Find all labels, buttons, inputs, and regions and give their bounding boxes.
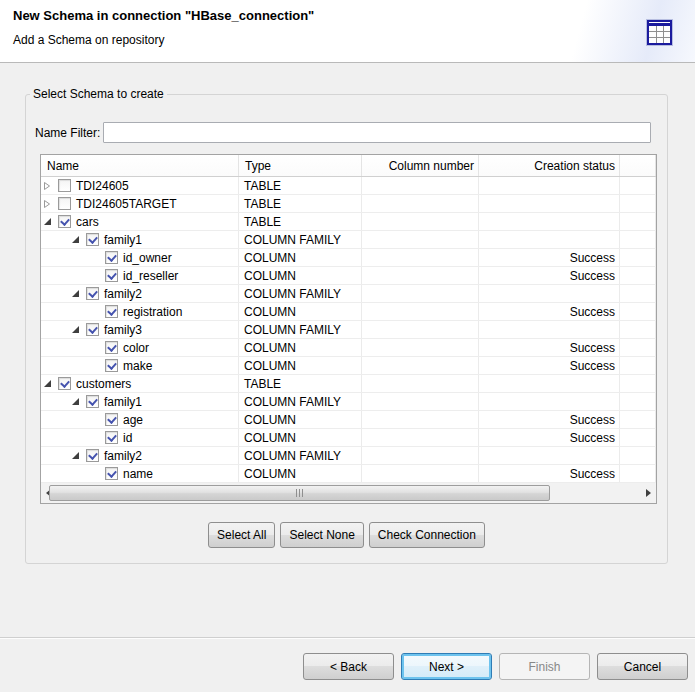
tree-row[interactable]: TDI24605TARGETTABLE	[41, 195, 656, 213]
selection-buttons: Select All Select None Check Connection	[26, 522, 667, 548]
cell-name: age	[41, 411, 239, 428]
column-header-type[interactable]: Type	[239, 155, 362, 176]
row-checkbox[interactable]	[86, 395, 99, 408]
cell-column_number	[362, 357, 479, 374]
horizontal-scrollbar[interactable]	[41, 483, 656, 503]
wizard-dialog: New Schema in connection "HBase_connecti…	[0, 0, 695, 692]
cell-creation_status: Success	[479, 303, 620, 320]
cell-name: TDI24605	[41, 177, 239, 194]
tree-row[interactable]: idCOLUMNSuccess	[41, 429, 656, 447]
row-checkbox[interactable]	[58, 377, 71, 390]
back-button[interactable]: < Back	[303, 653, 394, 680]
tree-row[interactable]: family3COLUMN FAMILY	[41, 321, 656, 339]
cell-creation_status	[479, 231, 620, 248]
row-checkbox[interactable]	[86, 233, 99, 246]
column-header-name[interactable]: Name	[41, 155, 239, 176]
cell-name: TDI24605TARGET	[41, 195, 239, 212]
name-filter-input[interactable]	[103, 122, 651, 143]
cell-column_number	[362, 285, 479, 302]
tree-row[interactable]: family2COLUMN FAMILY	[41, 285, 656, 303]
schema-tree-table: NameTypeColumn numberCreation status TDI…	[40, 154, 657, 504]
cell-column_number	[362, 195, 479, 212]
cell-type: COLUMN	[239, 267, 362, 284]
tree-row[interactable]: customersTABLE	[41, 375, 656, 393]
tree-expander-collapsed-icon[interactable]	[43, 199, 58, 209]
row-checkbox[interactable]	[105, 359, 118, 372]
column-header-spare[interactable]	[620, 155, 656, 176]
wizard-header: New Schema in connection "HBase_connecti…	[0, 0, 695, 63]
cell-creation_status	[479, 321, 620, 338]
tree-row[interactable]: family2COLUMN FAMILY	[41, 447, 656, 465]
scroll-right-arrow-icon[interactable]	[639, 483, 656, 503]
row-name: cars	[76, 215, 99, 229]
tree-expander-expanded-icon[interactable]	[71, 451, 86, 460]
cell-column_number	[362, 177, 479, 194]
tree-row[interactable]: ageCOLUMNSuccess	[41, 411, 656, 429]
row-checkbox[interactable]	[86, 449, 99, 462]
cell-name: customers	[41, 375, 239, 392]
cell-name: family1	[41, 393, 239, 410]
cell-spare	[620, 213, 656, 230]
tree-expander-expanded-icon[interactable]	[43, 217, 58, 226]
row-checkbox[interactable]	[86, 323, 99, 336]
table-grid-icon	[646, 19, 673, 46]
row-checkbox[interactable]	[58, 215, 71, 228]
tree-row[interactable]: TDI24605TABLE	[41, 177, 656, 195]
row-checkbox[interactable]	[105, 413, 118, 426]
tree-row[interactable]: id_resellerCOLUMNSuccess	[41, 267, 656, 285]
check-connection-button[interactable]: Check Connection	[369, 522, 485, 548]
tree-row[interactable]: colorCOLUMNSuccess	[41, 339, 656, 357]
cell-name: registration	[41, 303, 239, 320]
column-header-creation_status[interactable]: Creation status	[479, 155, 620, 176]
tree-row[interactable]: family1COLUMN FAMILY	[41, 231, 656, 249]
select-none-button[interactable]: Select None	[280, 522, 363, 548]
footer-separator	[0, 637, 695, 639]
cancel-button[interactable]: Cancel	[597, 653, 688, 680]
tree-expander-expanded-icon[interactable]	[43, 379, 58, 388]
cell-creation_status: Success	[479, 249, 620, 266]
tree-row[interactable]: makeCOLUMNSuccess	[41, 357, 656, 375]
cell-type: COLUMN	[239, 339, 362, 356]
tree-row[interactable]: id_ownerCOLUMNSuccess	[41, 249, 656, 267]
tree-row[interactable]: family1COLUMN FAMILY	[41, 393, 656, 411]
cell-type: COLUMN FAMILY	[239, 393, 362, 410]
cell-spare	[620, 393, 656, 410]
tree-expander-expanded-icon[interactable]	[71, 397, 86, 406]
cell-spare	[620, 195, 656, 212]
select-schema-group: Select Schema to create Name Filter: Nam…	[25, 94, 668, 564]
row-name: registration	[123, 305, 182, 319]
cell-type: TABLE	[239, 213, 362, 230]
cell-column_number	[362, 249, 479, 266]
tree-expander-expanded-icon[interactable]	[71, 325, 86, 334]
row-checkbox[interactable]	[105, 341, 118, 354]
cell-type: COLUMN FAMILY	[239, 321, 362, 338]
row-checkbox[interactable]	[105, 431, 118, 444]
tree-expander-expanded-icon[interactable]	[71, 289, 86, 298]
tree-expander-expanded-icon[interactable]	[71, 235, 86, 244]
select-all-button[interactable]: Select All	[208, 522, 275, 548]
row-checkbox[interactable]	[58, 197, 71, 210]
next-button[interactable]: Next >	[401, 653, 492, 680]
tree-row[interactable]: registrationCOLUMNSuccess	[41, 303, 656, 321]
row-checkbox[interactable]	[105, 251, 118, 264]
tree-expander-collapsed-icon[interactable]	[43, 181, 58, 191]
row-checkbox[interactable]	[86, 287, 99, 300]
row-name: age	[123, 413, 143, 427]
cell-creation_status	[479, 195, 620, 212]
tree-row[interactable]: nameCOLUMNSuccess	[41, 465, 656, 483]
row-checkbox[interactable]	[105, 305, 118, 318]
row-name: id_reseller	[123, 269, 178, 283]
cell-spare	[620, 321, 656, 338]
cell-column_number	[362, 411, 479, 428]
row-checkbox[interactable]	[58, 179, 71, 192]
wizard-subtitle: Add a Schema on repository	[13, 33, 164, 47]
scrollbar-thumb[interactable]	[49, 485, 550, 501]
row-checkbox[interactable]	[105, 269, 118, 282]
column-header-column_number[interactable]: Column number	[362, 155, 479, 176]
row-checkbox[interactable]	[105, 467, 118, 480]
tree-row[interactable]: carsTABLE	[41, 213, 656, 231]
cell-name: make	[41, 357, 239, 374]
cell-spare	[620, 177, 656, 194]
cell-column_number	[362, 321, 479, 338]
cell-creation_status: Success	[479, 267, 620, 284]
